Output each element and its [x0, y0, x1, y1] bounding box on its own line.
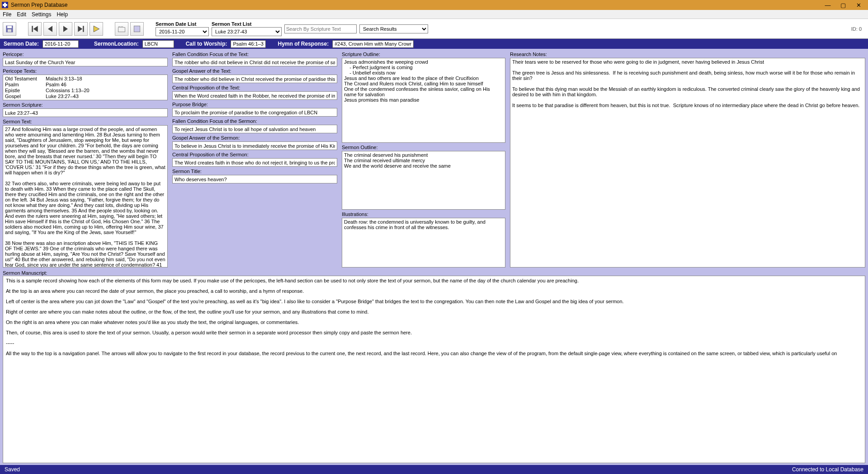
cpt-input[interactable]: [172, 91, 337, 100]
menu-file[interactable]: File: [3, 11, 11, 18]
hymn-input[interactable]: [332, 40, 414, 48]
col-mid-right: Scripture Outline: Sermon Outline: Illus…: [342, 51, 505, 268]
svg-rect-10: [118, 27, 125, 32]
menubar: File Edit Settings Help: [0, 10, 868, 19]
sermon-date-label: Sermon Date:: [4, 41, 39, 47]
text-list-select[interactable]: Luke 23:27-43: [212, 27, 282, 36]
fcft-label: Fallen Condition Focus of the Text:: [172, 52, 337, 57]
research-notes-area[interactable]: [510, 58, 865, 268]
next-icon: [61, 24, 70, 33]
record-id: ID: 0: [851, 26, 865, 32]
content: Pericope: Pericope Texts: Old TestamentM…: [0, 49, 868, 465]
cps-input[interactable]: [172, 158, 337, 167]
ctw-input[interactable]: [231, 40, 266, 48]
pt-go-label: Gospel: [5, 94, 46, 99]
menu-help[interactable]: Help: [57, 11, 68, 18]
play-button[interactable]: [90, 22, 103, 36]
pb-label: Purpose Bridge:: [172, 102, 337, 107]
hymn-label: Hymn of Response:: [278, 41, 329, 47]
search-input[interactable]: [284, 24, 357, 33]
titlebar: Sermon Prep Database — ▢ ✕: [0, 0, 868, 10]
date-list-select[interactable]: 2016-11-20: [156, 27, 209, 36]
close-button[interactable]: ✕: [851, 0, 866, 9]
app-icon: [2, 2, 8, 8]
svg-rect-3: [32, 26, 33, 32]
results-block: Search Results: [359, 24, 428, 33]
fcfs-input[interactable]: [172, 125, 337, 133]
first-icon: [30, 24, 39, 33]
sermon-outline-area[interactable]: [342, 151, 505, 210]
cpt-label: Central Proposition of the Text:: [172, 85, 337, 90]
single-view-button[interactable]: [130, 22, 144, 36]
tabs-icon: [117, 24, 126, 33]
pericope-input[interactable]: [3, 58, 168, 66]
svg-marker-7: [78, 26, 82, 32]
research-notes-label: Research Notes:: [510, 52, 865, 57]
sermon-date-input[interactable]: [42, 40, 79, 48]
col-left: Pericope: Pericope Texts: Old TestamentM…: [3, 51, 168, 268]
pericope-texts-label: Pericope Texts:: [3, 68, 168, 74]
menu-settings[interactable]: Settings: [32, 11, 51, 18]
last-icon: [76, 24, 85, 33]
svg-marker-6: [63, 26, 68, 32]
svg-marker-9: [94, 26, 99, 32]
illustrations-area[interactable]: [342, 218, 505, 268]
manuscript-area[interactable]: This is a sample record showing how each…: [3, 276, 865, 463]
pericope-texts-table[interactable]: Old TestamentMalachi 3:13–18 PsalmPsalm …: [3, 75, 168, 100]
gas-label: Gospel Answer of the Sermon:: [172, 135, 337, 141]
sermon-scripture-input[interactable]: [3, 108, 168, 117]
minimize-button[interactable]: —: [820, 0, 835, 9]
pericope-label: Pericope:: [3, 52, 168, 57]
play-icon: [92, 24, 101, 33]
text-list-block: Sermon Text List Luke 23:27-43: [212, 21, 282, 36]
tabbed-view-button[interactable]: [115, 22, 128, 36]
pt-ot-label: Old Testament: [5, 76, 46, 81]
svg-rect-11: [118, 26, 121, 28]
toolbar: Sermon Date List 2016-11-20 Sermon Text …: [0, 19, 868, 39]
window-title: Sermon Prep Database: [11, 2, 820, 8]
save-icon: [5, 24, 14, 33]
col-right: Research Notes:: [510, 51, 865, 268]
pt-ps-val: Psalm 46: [46, 82, 165, 87]
view-group: [115, 22, 144, 36]
page-icon: [132, 24, 142, 33]
nav-group: [28, 22, 103, 36]
pt-ps-label: Psalm: [5, 82, 46, 87]
manuscript-section: Sermon Manuscript: This is a sample reco…: [3, 269, 865, 463]
next-record-button[interactable]: [59, 22, 72, 36]
pb-input[interactable]: [172, 108, 337, 117]
first-record-button[interactable]: [28, 22, 42, 36]
scripture-outline-label: Scripture Outline:: [342, 52, 505, 57]
sermon-title-input[interactable]: [172, 175, 337, 183]
sermon-title-label: Sermon Title:: [172, 169, 337, 174]
manuscript-paragraph: At the top is an area where you can reco…: [6, 288, 862, 294]
svg-marker-5: [48, 26, 52, 32]
manuscript-paragraph: -----: [6, 340, 862, 346]
statusbar: Saved Connected to Local Database: [0, 465, 868, 474]
save-button[interactable]: [3, 22, 16, 36]
sermon-outline-label: Sermon Outline:: [342, 145, 505, 150]
location-label: SermonLocation:: [94, 41, 139, 47]
gas-input[interactable]: [172, 141, 337, 150]
text-list-label: Sermon Text List: [212, 21, 282, 27]
fcfs-label: Fallen Condition Focus of the Sermon:: [172, 118, 337, 124]
illustrations-label: Illustrations:: [342, 211, 505, 217]
svg-rect-12: [121, 26, 123, 28]
header-row: Sermon Date: SermonLocation: Call to Wor…: [0, 39, 868, 49]
ctw-label: Call to Worship:: [186, 41, 227, 47]
fcft-input[interactable]: [172, 58, 337, 66]
sermon-text-area[interactable]: [3, 125, 168, 268]
results-select[interactable]: Search Results: [359, 24, 428, 33]
prev-icon: [46, 24, 55, 33]
sermon-text-label: Sermon Text:: [3, 119, 168, 124]
gat-input[interactable]: [172, 75, 337, 83]
prev-record-button[interactable]: [43, 22, 57, 36]
menu-edit[interactable]: Edit: [17, 11, 26, 18]
last-record-button[interactable]: [74, 22, 88, 36]
location-input[interactable]: [142, 40, 174, 48]
svg-rect-8: [83, 26, 84, 32]
scripture-outline-area[interactable]: [342, 58, 505, 143]
col-mid-left: Fallen Condition Focus of the Text: Gosp…: [172, 51, 337, 268]
date-list-block: Sermon Date List 2016-11-20: [156, 21, 209, 36]
maximize-button[interactable]: ▢: [835, 0, 851, 9]
